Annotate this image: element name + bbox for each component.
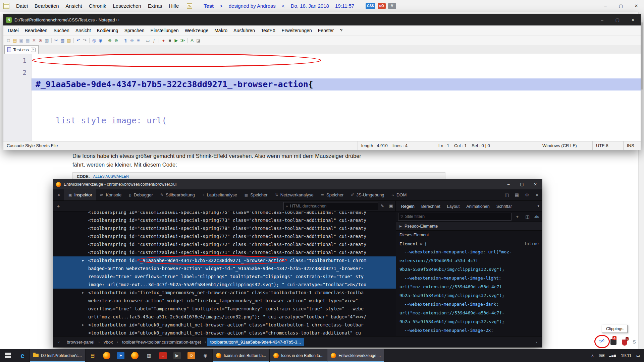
- maximize-icon[interactable]: ▢: [515, 179, 529, 189]
- stop-macro-icon[interactable]: ■: [167, 37, 173, 44]
- devtools-tab-debugger[interactable]: {}Debugger: [125, 189, 156, 200]
- expand-arrow-icon[interactable]: ▶: [82, 289, 84, 297]
- extension-badge-v[interactable]: V: [388, 3, 396, 9]
- pick-element-icon[interactable]: ⌖: [53, 189, 65, 200]
- markup-row[interactable]: <toolbarspring id="customizableui-specia…: [53, 212, 396, 216]
- tab-testcss[interactable]: Test.css ✕: [4, 45, 39, 54]
- rules-extra-label[interactable]: .ds: [533, 215, 540, 219]
- close-icon[interactable]: ✕: [529, 179, 542, 189]
- panel-grid-icon[interactable]: ▦: [512, 192, 522, 197]
- npp-menu-kodierung[interactable]: Kodierung: [94, 28, 121, 33]
- firefox-2-icon[interactable]: [128, 349, 142, 362]
- panels-icon[interactable]: ◫: [523, 214, 532, 219]
- html-search-input[interactable]: [290, 204, 376, 208]
- zoom-out-icon[interactable]: ⊖: [113, 37, 119, 44]
- devtools-tab-inspektor[interactable]: ▣Inspektor: [65, 189, 96, 200]
- menu-bearbeiten[interactable]: Bearbeiten: [31, 3, 62, 9]
- npp-menu-erweiterungen[interactable]: Erweiterungen: [279, 28, 315, 33]
- devtools-titlebar[interactable]: Entwicklerwerkzeuge - chrome://browser/c…: [53, 179, 542, 189]
- app-f-icon[interactable]: F: [114, 349, 128, 362]
- run-multiple-icon[interactable]: ≫: [179, 37, 186, 44]
- print-icon[interactable]: ▥: [44, 37, 50, 44]
- markup-row[interactable]: <toolbarspring id="customizableui-specia…: [53, 224, 396, 232]
- sidebar-tab-schriftar[interactable]: Schriftar: [493, 204, 516, 209]
- markup-row[interactable]: overflows="true" label="Tampermonkey" to…: [53, 305, 396, 313]
- markup-row[interactable]: <toolbarspring id="customizableui-specia…: [53, 240, 396, 248]
- add-node-icon[interactable]: +: [53, 203, 63, 209]
- menu-extras[interactable]: Extras: [145, 3, 166, 9]
- undo-icon[interactable]: ↶: [75, 37, 82, 44]
- media-app-icon[interactable]: ▶: [170, 349, 184, 362]
- screenshot-app-icon[interactable]: ◉: [198, 349, 212, 362]
- npp-menu-makro[interactable]: Makro: [211, 28, 230, 33]
- edit-html-icon[interactable]: ✎: [378, 203, 387, 208]
- copy-icon[interactable]: ▧: [59, 37, 66, 44]
- devtools-tab-dom[interactable]: ‹›DOM: [388, 189, 411, 200]
- css-declaration-line[interactable]: 9b2a-55a9f584e6b1/img/clippings32.svg");: [399, 291, 539, 300]
- devtools-tab-konsole[interactable]: ≫Konsole: [96, 189, 125, 200]
- editor-text[interactable]: #_91aa5abe-9de4-4347-b7b5-322c38dd9271_-…: [32, 54, 641, 141]
- close-icon[interactable]: ✕: [629, 0, 644, 12]
- browser-window-button-1[interactable]: Icons in den Button ta...: [212, 349, 270, 362]
- minimize-icon[interactable]: –: [598, 0, 613, 12]
- npp-menu-fenster[interactable]: Fenster: [315, 28, 337, 33]
- menu-datei[interactable]: Datei: [13, 3, 31, 9]
- css-declaration-line[interactable]: url("moz-extension://539d469d-a53d-4c7f-: [399, 283, 539, 291]
- css-declaration-line[interactable]: --webextension-menupanel-image-light:: [399, 274, 539, 283]
- stylish-icon[interactable]: S: [633, 339, 636, 345]
- css-declaration-line[interactable]: --webextension-menupanel-image-2x:: [399, 326, 539, 335]
- file-explorer-icon[interactable]: ▤: [86, 349, 100, 362]
- npp-menu-help[interactable]: ?: [337, 28, 345, 33]
- style-filter-input[interactable]: [405, 214, 509, 219]
- function-list-icon[interactable]: ƒ: [151, 37, 157, 44]
- action-center-icon[interactable]: ▭: [636, 353, 640, 358]
- download-manager-icon[interactable]: ↓: [156, 349, 170, 362]
- markup-row[interactable]: image: url("moz-ext...3d-4c7f-9b2a-55a9f…: [53, 281, 396, 289]
- extension-badge-uo[interactable]: uO: [378, 3, 386, 9]
- markup-row[interactable]: <toolbarbutton id="ublock0_raymondhill_n…: [53, 329, 396, 336]
- close-icon[interactable]: ✕: [625, 14, 641, 25]
- code-editor[interactable]: 1 2 #_91aa5abe-9de4-4347-b7b5-322c38dd92…: [3, 54, 641, 141]
- npp-menu-sprachen[interactable]: Sprachen: [121, 28, 148, 33]
- find-icon[interactable]: ◎: [91, 37, 97, 44]
- maximize-icon[interactable]: ▢: [610, 14, 625, 25]
- save-file-icon[interactable]: ▣: [18, 37, 24, 44]
- menu-ansicht[interactable]: Ansicht: [62, 3, 86, 9]
- sidebar-tab-regeln[interactable]: Regeln: [398, 204, 418, 209]
- network-icon[interactable]: ▂▄▆: [609, 354, 616, 357]
- sidebar-tab-layout[interactable]: Layout: [444, 204, 463, 209]
- taskbar-clock[interactable]: 19:11: [621, 353, 632, 358]
- paste-icon[interactable]: ▨: [66, 37, 72, 44]
- edit-note-icon[interactable]: ✎: [187, 3, 192, 9]
- devtools-close-icon[interactable]: ✕: [532, 192, 542, 197]
- sidebar-tab-berechnet[interactable]: Berechnet: [418, 204, 444, 209]
- css-declaration-line[interactable]: extension://539d469d-a53d-4c7f-: [399, 256, 539, 265]
- markup-row[interactable]: webextension-browser-action" widget-id="…: [53, 297, 396, 305]
- keyboard-icon[interactable]: ⌨: [599, 353, 604, 358]
- add-rule-icon[interactable]: +: [513, 214, 522, 219]
- record-macro-icon[interactable]: ●: [160, 37, 167, 44]
- breadcrumb-item-active[interactable]: toolbarbutton#_91aa5abe-9de4-4347-b7b5-3…: [207, 338, 304, 346]
- css-declaration-line[interactable]: --webextension-menupanel-image-dark:: [399, 300, 539, 309]
- browser-window-button-2[interactable]: Icons in den Button ta...: [270, 349, 327, 362]
- compare-icon[interactable]: ◪: [195, 37, 202, 44]
- word-wrap-icon[interactable]: ¶: [122, 37, 129, 44]
- minimize-icon[interactable]: –: [594, 14, 610, 25]
- expand-arrow-icon[interactable]: ▶: [82, 256, 84, 264]
- pseudo-elements-header[interactable]: ▶ Pseudo-Elemente: [396, 222, 542, 231]
- markup-row[interactable]: ▶<toolbarbutton id="_91aa5abe-9de4-4347-…: [53, 256, 396, 264]
- explorer-window-button[interactable]: D:\Test\Profilordner\c...: [30, 349, 86, 362]
- document-map-icon[interactable]: ▭: [145, 37, 151, 44]
- settings-gear-icon[interactable]: ⚙: [522, 192, 532, 197]
- frame-select-icon[interactable]: ▣: [387, 203, 395, 208]
- devtools-tab-speicher[interactable]: ▦Speicher: [241, 189, 271, 200]
- redo-icon[interactable]: ↷: [82, 37, 88, 44]
- maximize-icon[interactable]: ▢: [613, 0, 629, 12]
- breadcrumb-item[interactable]: toolbar#new-toolbar.customization-target: [119, 338, 204, 346]
- css-declaration-line[interactable]: url("moz-extension://539d469d-a53d-4c7f-: [399, 309, 539, 317]
- devtools-tab-stilbearbeitung[interactable]: ✎Stilbearbeitung: [157, 189, 199, 200]
- markup-row[interactable]: <toolbarspring id="customizableui-specia…: [53, 216, 396, 224]
- menu-lesezeichen[interactable]: Lesezeichen: [109, 3, 144, 9]
- menu-chronik[interactable]: Chronik: [86, 3, 110, 9]
- extension-badge-css[interactable]: CSS: [366, 3, 375, 9]
